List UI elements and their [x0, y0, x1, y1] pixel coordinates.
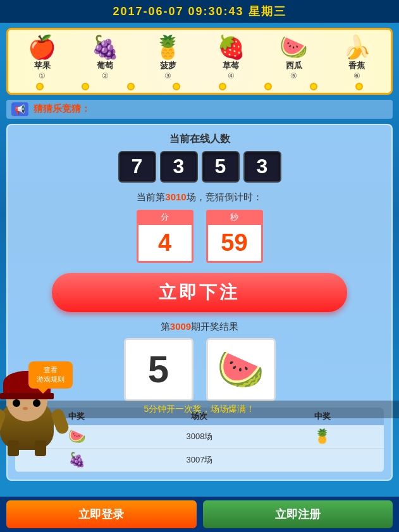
row1-fruit2-icon: 🍍	[314, 428, 331, 445]
fruit-banana: 🍌 香蕉 ⑥	[326, 35, 389, 80]
banana-name: 香蕉	[326, 60, 389, 71]
dot-7	[310, 83, 317, 90]
apple-num: ①	[11, 71, 74, 80]
fruit-apple: 🍎 苹果 ①	[11, 35, 74, 80]
watermelon-num: ⑤	[262, 71, 326, 80]
fruit-banner: 🍎 苹果 ① 🍇 葡萄 ② 🍍 菠萝 ③ 🍓 草莓 ④ 🍉 西瓜 ⑤ 🍌 香蕉 …	[6, 28, 393, 95]
timer-seconds: 秒 59	[206, 210, 263, 263]
apple-name: 苹果	[11, 60, 74, 71]
round-prefix: 当前第	[137, 191, 165, 202]
dot-2	[82, 83, 89, 90]
rules-bubble[interactable]: 查看 游戏规则	[28, 361, 73, 389]
row1-fruit2: 🍍	[261, 425, 384, 448]
min-label: 分	[137, 210, 193, 225]
result-fruit-box: 🍉	[206, 338, 276, 401]
strawberry-emoji: 🍓	[200, 35, 263, 60]
result-suffix: 期开奖结果	[191, 321, 238, 332]
announce-icon: 📢	[11, 102, 28, 116]
datetime-text: 2017-06-07 09:30:43 星期三	[113, 5, 286, 18]
digit-5: 5	[202, 151, 240, 183]
digit-7: 7	[118, 151, 156, 183]
bet-button[interactable]: 立即下注	[52, 273, 347, 312]
sec-label: 秒	[206, 210, 263, 225]
grape-name: 葡萄	[74, 60, 137, 71]
result-number: 3009	[170, 321, 191, 332]
row2-fruit2	[261, 449, 384, 471]
banana-emoji: 🍌	[326, 35, 389, 60]
dots-row	[11, 80, 388, 90]
bottom-notice-text: 5分钟开一次奖，场场爆满！	[144, 404, 255, 414]
top-date-bar: 2017-06-07 09:30:43 星期三	[0, 0, 399, 23]
bottom-buttons: 立即登录 立即注册	[6, 500, 393, 528]
result-prefix: 第	[161, 321, 170, 332]
dot-5	[219, 83, 226, 90]
character-wrap: 查看 游戏规则	[0, 368, 76, 456]
apple-emoji: 🍎	[11, 35, 74, 60]
fruit-watermelon: 🍉 西瓜 ⑤	[262, 35, 326, 80]
strawberry-num: ④	[200, 71, 263, 80]
fruit-row: 🍎 苹果 ① 🍇 葡萄 ② 🍍 菠萝 ③ 🍓 草莓 ④ 🍉 西瓜 ⑤ 🍌 香蕉 …	[11, 35, 388, 80]
strawberry-name: 草莓	[200, 60, 263, 71]
row2-round: 3007场	[138, 449, 261, 471]
pineapple-name: 菠萝	[137, 60, 200, 71]
result-title: 第3009期开奖结果	[15, 321, 384, 333]
round-suffix: 场，竞猜倒计时：	[187, 191, 262, 202]
round-info: 当前第3010场，竞猜倒计时：	[15, 191, 384, 203]
result-num-display: 5	[148, 348, 169, 391]
login-button[interactable]: 立即登录	[6, 500, 197, 528]
pineapple-emoji: 🍍	[137, 35, 200, 60]
fruit-grape: 🍇 葡萄 ②	[74, 35, 137, 80]
register-button[interactable]: 立即注册	[203, 500, 393, 528]
bottom-bar: 立即登录 立即注册	[0, 497, 399, 532]
banana-num: ⑥	[326, 71, 389, 80]
digit-3: 3	[160, 151, 198, 183]
sec-value: 59	[206, 225, 263, 263]
row1-round: 3008场	[138, 425, 261, 448]
timer-minutes: 分 4	[137, 210, 193, 263]
counter-row: 7 3 5 3	[15, 151, 384, 183]
dot-1	[36, 83, 44, 90]
dot-6	[264, 83, 272, 90]
fruit-pineapple: 🍍 菠萝 ③	[137, 35, 200, 80]
watermelon-emoji: 🍉	[262, 35, 326, 60]
result-fruit-display: 🍉	[217, 347, 264, 392]
dot-3	[127, 83, 135, 90]
digit-3b: 3	[243, 151, 281, 183]
dot-4	[173, 83, 180, 90]
announce-text: 猜猜乐竞猜：	[34, 103, 90, 115]
rules-label: 查看 游戏规则	[37, 366, 64, 383]
pineapple-num: ③	[137, 71, 200, 80]
min-value: 4	[137, 225, 193, 263]
grape-emoji: 🍇	[74, 35, 137, 60]
online-title: 当前在线人数	[15, 133, 384, 146]
dot-8	[355, 83, 363, 90]
fruit-strawberry: 🍓 草莓 ④	[200, 35, 263, 80]
timer-row: 分 4 秒 59	[15, 210, 384, 263]
result-number-box: 5	[124, 338, 193, 401]
watermelon-name: 西瓜	[262, 60, 326, 71]
grape-num: ②	[74, 71, 137, 80]
announce-bar: 📢 猜猜乐竞猜：	[6, 100, 393, 119]
round-number: 3010	[165, 191, 186, 202]
